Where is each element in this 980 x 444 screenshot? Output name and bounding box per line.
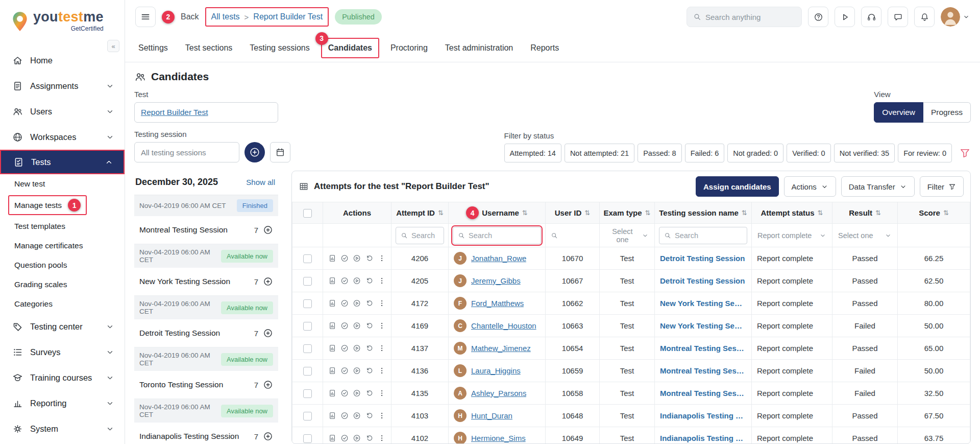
continue-attempt-icon[interactable] bbox=[353, 298, 361, 308]
breadcrumb-all-tests-link[interactable]: All tests bbox=[211, 12, 240, 21]
sidebar-subitem[interactable]: Test templates bbox=[0, 217, 125, 236]
session-link[interactable]: Montreal Testing Session bbox=[660, 344, 746, 353]
session-link[interactable]: New York Testing Sessi... bbox=[660, 321, 746, 330]
username-link[interactable]: Chantelle_Houston bbox=[471, 321, 536, 330]
status-chip[interactable]: Verified: 0 bbox=[787, 144, 831, 162]
continue-attempt-icon[interactable] bbox=[353, 433, 361, 443]
result-filter-select[interactable]: Select one bbox=[837, 231, 893, 240]
row-checkbox[interactable] bbox=[303, 277, 312, 286]
user-menu[interactable] bbox=[941, 7, 970, 27]
continue-attempt-icon[interactable] bbox=[353, 343, 361, 353]
hamburger-menu-button[interactable] bbox=[135, 7, 156, 27]
attempt-id-filter[interactable] bbox=[396, 227, 444, 244]
session-name-link[interactable]: Toronto Testing Session bbox=[139, 380, 250, 389]
session-link[interactable]: Indianapolis Testing Se... bbox=[660, 411, 746, 420]
more-options-icon[interactable] bbox=[378, 298, 386, 308]
verify-attempt-icon[interactable] bbox=[340, 433, 349, 443]
retake-attempt-icon[interactable] bbox=[365, 366, 374, 376]
username-link[interactable]: Laura_Higgins bbox=[471, 366, 521, 375]
assign-candidates-button[interactable]: Assign candidates bbox=[696, 176, 779, 197]
username-link[interactable]: Jeremy_Gibbs bbox=[471, 276, 521, 285]
column-score[interactable]: Score⇅ bbox=[898, 202, 970, 224]
username-link[interactable]: Jonathan_Rowe bbox=[471, 254, 526, 263]
tab[interactable]: Test administration bbox=[439, 39, 519, 57]
session-link[interactable]: Detroit Testing Session bbox=[660, 254, 746, 263]
username-filter[interactable] bbox=[453, 227, 541, 244]
personal-report-icon[interactable] bbox=[328, 433, 336, 443]
continue-attempt-icon[interactable] bbox=[353, 276, 361, 286]
status-chip[interactable]: For review: 0 bbox=[898, 144, 952, 162]
more-options-icon[interactable] bbox=[378, 321, 386, 331]
verify-attempt-icon[interactable] bbox=[340, 388, 349, 398]
actions-dropdown-button[interactable]: Actions bbox=[784, 176, 836, 197]
retake-attempt-icon[interactable] bbox=[365, 298, 374, 308]
add-candidates-icon[interactable] bbox=[263, 431, 273, 441]
continue-attempt-icon[interactable] bbox=[353, 321, 361, 331]
more-options-icon[interactable] bbox=[378, 253, 386, 263]
column-username[interactable]: 4Username⇅ bbox=[449, 202, 546, 224]
continue-attempt-icon[interactable] bbox=[353, 366, 361, 376]
data-transfer-dropdown-button[interactable]: Data Transfer bbox=[841, 176, 915, 197]
status-chip[interactable]: Not verified: 35 bbox=[834, 144, 895, 162]
verify-attempt-icon[interactable] bbox=[340, 321, 349, 331]
more-options-icon[interactable] bbox=[378, 366, 386, 376]
status-chip[interactable]: Not graded: 0 bbox=[727, 144, 783, 162]
sort-icon[interactable]: ⇅ bbox=[645, 209, 651, 217]
tab[interactable]: Proctoring bbox=[384, 39, 434, 57]
session-link[interactable]: New York Testing Sessi... bbox=[660, 299, 746, 308]
session-link[interactable]: Montreal Testing Session bbox=[660, 366, 746, 375]
row-checkbox[interactable] bbox=[303, 299, 312, 308]
view-progress-button[interactable]: Progress bbox=[923, 102, 971, 123]
verify-attempt-icon[interactable] bbox=[340, 343, 349, 353]
breadcrumb-current-test-link[interactable]: Report Builder Test bbox=[253, 12, 323, 21]
row-checkbox[interactable] bbox=[303, 254, 312, 263]
tab[interactable]: 3 Candidates bbox=[321, 38, 379, 58]
more-options-icon[interactable] bbox=[378, 433, 386, 443]
view-overview-button[interactable]: Overview bbox=[874, 102, 923, 123]
tab[interactable]: Reports bbox=[524, 39, 565, 57]
verify-attempt-icon[interactable] bbox=[340, 276, 349, 286]
sidebar-subitem[interactable]: Manage tests 1 bbox=[0, 194, 125, 217]
select-all-checkbox[interactable] bbox=[303, 209, 312, 218]
add-testing-session-button[interactable] bbox=[244, 142, 265, 162]
global-search[interactable] bbox=[687, 7, 802, 27]
sort-icon[interactable]: ⇅ bbox=[522, 209, 528, 217]
sidebar-item[interactable]: Reporting bbox=[0, 390, 125, 416]
row-checkbox[interactable] bbox=[303, 412, 312, 420]
sidebar-subitem[interactable]: Question pools bbox=[0, 255, 125, 275]
support-button[interactable] bbox=[861, 7, 881, 27]
status-chip[interactable]: Not attempted: 21 bbox=[565, 144, 634, 162]
sidebar-item[interactable]: Assignments bbox=[0, 73, 125, 99]
row-checkbox[interactable] bbox=[303, 389, 312, 398]
row-checkbox[interactable] bbox=[303, 344, 312, 353]
username-link[interactable]: Hermione_Sims bbox=[471, 434, 526, 442]
sort-icon[interactable]: ⇅ bbox=[818, 209, 823, 217]
attempt-id-filter-input[interactable] bbox=[411, 231, 439, 240]
verify-attempt-icon[interactable] bbox=[340, 298, 349, 308]
retake-attempt-icon[interactable] bbox=[365, 433, 374, 443]
row-checkbox[interactable] bbox=[303, 367, 312, 376]
verify-attempt-icon[interactable] bbox=[340, 411, 349, 420]
session-name-link[interactable]: Detroit Testing Session bbox=[139, 329, 250, 338]
sidebar-item-tests[interactable]: Tests bbox=[0, 150, 125, 174]
session-link[interactable]: Indianapolis Testing Se... bbox=[660, 434, 746, 442]
username-link[interactable]: Ashley_Parsons bbox=[471, 389, 526, 398]
retake-attempt-icon[interactable] bbox=[365, 276, 374, 286]
session-filter-input[interactable] bbox=[675, 231, 742, 240]
more-options-icon[interactable] bbox=[378, 343, 386, 353]
column-session-name[interactable]: Testing session name⇅ bbox=[655, 202, 752, 224]
tab[interactable]: Testing sessions bbox=[243, 39, 315, 57]
more-options-icon[interactable] bbox=[378, 411, 386, 420]
sort-icon[interactable]: ⇅ bbox=[438, 209, 444, 217]
sidebar-collapse-button[interactable]: « bbox=[107, 40, 119, 52]
sidebar-subitem[interactable]: Grading scales bbox=[0, 275, 125, 294]
sidebar-item[interactable]: Testing center bbox=[0, 314, 125, 339]
sidebar-item[interactable]: Home bbox=[0, 48, 125, 73]
add-candidates-icon[interactable] bbox=[263, 225, 273, 235]
continue-attempt-icon[interactable] bbox=[353, 411, 361, 420]
attempt-status-filter-select[interactable]: Report complete bbox=[756, 231, 828, 240]
sidebar-subitem[interactable]: Categories bbox=[0, 294, 125, 314]
sidebar-subitem[interactable]: Manage certificates bbox=[0, 236, 125, 255]
tab[interactable]: Settings bbox=[132, 39, 174, 57]
session-name-link[interactable]: Indianapolis Testing Session bbox=[139, 432, 250, 441]
